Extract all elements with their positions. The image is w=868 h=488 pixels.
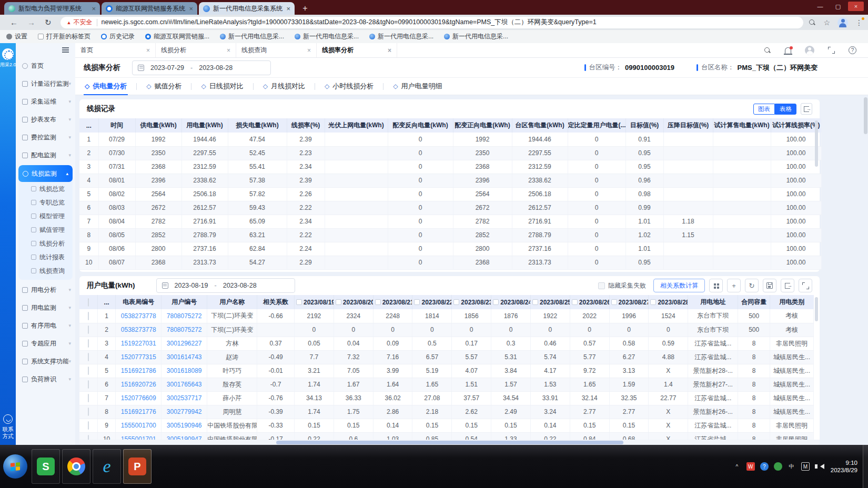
meter-no-link[interactable]: 1516920726: [121, 381, 156, 388]
subtab-小时线损分析[interactable]: ◇小时线损分析: [324, 78, 375, 95]
hide-failed-checkbox[interactable]: [598, 282, 605, 289]
table-row[interactable]: 408/0123962338.6257.382.39023962338.6200…: [79, 174, 821, 187]
help-icon[interactable]: ?: [849, 46, 856, 54]
table-row[interactable]: 508/0225642506.1857.822.26025642506.1800…: [79, 187, 821, 201]
date-column-checkbox[interactable]: [414, 299, 420, 305]
user-avatar[interactable]: [805, 46, 814, 55]
table-row[interactable]: 307/3123682312.5955.412.34023682312.5900…: [79, 160, 821, 174]
sidebar-item-系统支撑功能[interactable]: 系统支撑功能▾: [16, 352, 75, 370]
bookmark-item[interactable]: 历史记录: [101, 32, 135, 41]
browser-tab[interactable]: 能源互联网营销服务系统×: [102, 2, 197, 15]
close-button[interactable]: ×: [848, 2, 864, 11]
row-checkbox[interactable]: [88, 421, 89, 430]
start-button[interactable]: [3, 454, 27, 479]
date-column-checkbox[interactable]: [532, 299, 538, 305]
export-button[interactable]: [781, 279, 794, 292]
table-vertical-scrollbar[interactable]: [815, 120, 818, 167]
sidebar-item-用电分析[interactable]: 用电分析▾: [16, 281, 75, 299]
sidebar-item-用电监测[interactable]: 用电监测▾: [16, 299, 75, 317]
table-view-button[interactable]: 表格: [775, 104, 796, 115]
meter-no-link[interactable]: 1519227031: [121, 340, 156, 347]
main-date-range-picker[interactable]: 2023-07-29 - 2023-08-28: [132, 60, 271, 75]
subtab-供电量分析[interactable]: ◇供电量分析: [84, 78, 128, 95]
table-row[interactable]: 715207766093002537717薛小芹-0.7634.1336.333…: [79, 391, 814, 405]
table-row[interactable]: 207/3023502297.5552.452.23023502297.5500…: [79, 146, 821, 160]
browser-profile-avatar[interactable]: [837, 17, 848, 28]
user-date-range-picker[interactable]: 2023-08-19 - 2023-08-28: [156, 278, 295, 293]
date-column-checkbox[interactable]: [650, 299, 656, 305]
workspace-tab-线损率分析[interactable]: 线损率分析×: [317, 43, 397, 57]
grid-settings-button[interactable]: [709, 279, 723, 292]
date-end[interactable]: 2023-08-28: [197, 64, 235, 72]
bookmark-item[interactable]: 能源互联网营销服...: [145, 32, 209, 41]
select-all-checkbox[interactable]: [88, 298, 89, 307]
date-column-checkbox[interactable]: [453, 299, 459, 305]
subtab-赋值分析[interactable]: ◇赋值分析: [145, 78, 183, 95]
tab-close-icon[interactable]: ×: [307, 47, 311, 54]
sidebar-item-计量运行监测[interactable]: 计量运行监测▾: [16, 75, 75, 93]
search-icon[interactable]: [809, 19, 816, 26]
ime-mode-icon[interactable]: M: [801, 462, 810, 471]
table-row[interactable]: 708/0427822716.9165.092.34027822716.9101…: [79, 215, 821, 228]
sidebar-subitem-模型管理[interactable]: 模型管理: [18, 209, 73, 223]
user-no-link[interactable]: 7808075272: [167, 326, 202, 333]
row-checkbox[interactable]: [88, 380, 89, 389]
user-no-link[interactable]: 3005190946: [167, 422, 202, 429]
user-no-link[interactable]: 7808075272: [167, 312, 202, 320]
refresh-button[interactable]: ↻: [745, 279, 759, 292]
sidebar-subitem-赋值管理[interactable]: 赋值管理: [18, 223, 73, 237]
tab-close-icon[interactable]: ×: [227, 47, 230, 54]
date-column-checkbox[interactable]: [375, 299, 381, 305]
user-date-end[interactable]: 2023-08-28: [221, 282, 259, 289]
meter-no-link[interactable]: 1520777315: [121, 353, 156, 361]
browser-menu-icon[interactable]: ⋮: [855, 18, 863, 27]
sidebar-subitem-线损查询[interactable]: 线损查询: [18, 264, 73, 278]
sidebar-subitem-线损分析[interactable]: 线损分析: [18, 237, 73, 250]
table-row[interactable]: 808/0528522788.7963.212.22028522788.7901…: [79, 228, 821, 242]
user-no-link[interactable]: 3001618089: [167, 367, 202, 374]
row-checkbox[interactable]: [88, 312, 89, 320]
date-start[interactable]: 2023-07-29: [148, 64, 186, 72]
ime-language-icon[interactable]: 中: [788, 462, 796, 471]
subtab-日线损对比[interactable]: ◇日线损对比: [200, 78, 244, 95]
tray-status-icon[interactable]: [774, 462, 782, 471]
tray-caret-icon[interactable]: ^: [733, 462, 741, 471]
sidebar-item-线损监测[interactable]: 线损监测▴: [18, 165, 73, 182]
security-warning[interactable]: 不安全: [74, 18, 93, 27]
table-row[interactable]: 608/0326722612.5759.432.22026722612.5700…: [79, 201, 821, 215]
sidebar-item-负荷辨识[interactable]: 负荷辨识▾: [16, 370, 75, 388]
minimize-button[interactable]: —: [812, 2, 828, 11]
collapse-menu-icon[interactable]: [62, 47, 69, 53]
bookmark-star-icon[interactable]: ☆: [823, 18, 830, 27]
table-row[interactable]: 615169207263001765643殷存英-0.71.741.671.64…: [79, 378, 814, 391]
meter-no-link[interactable]: 0538273778: [121, 326, 156, 333]
chart-view-button[interactable]: 图表: [753, 104, 775, 115]
new-tab-button[interactable]: +: [298, 3, 312, 14]
workspace-tab-首页[interactable]: 首页×: [75, 43, 156, 57]
notification-bell-icon[interactable]: [785, 47, 791, 54]
fullscreen-button[interactable]: [799, 279, 812, 292]
forward-icon[interactable]: →: [27, 18, 35, 27]
date-column-checkbox[interactable]: [493, 299, 499, 305]
maximize-button[interactable]: ▢: [830, 2, 846, 11]
bookmark-item[interactable]: 打开新的标签页: [38, 32, 90, 41]
table-row[interactable]: 915550017003005190946中国铁塔股份有限-0.330.150.…: [79, 419, 814, 432]
url-input[interactable]: ▲ 不安全 neweic.js.sgcc.com.cn/#/llm/line/L…: [60, 17, 804, 28]
user-no-link[interactable]: 3001614743: [167, 353, 202, 361]
row-checkbox[interactable]: [88, 367, 89, 375]
sidebar-item-费控监测[interactable]: 费控监测▾: [16, 128, 75, 146]
horizontal-scrollbar-track[interactable]: [79, 440, 820, 445]
add-button[interactable]: +: [727, 279, 741, 292]
date-column-checkbox[interactable]: [296, 299, 302, 305]
export-button[interactable]: [801, 103, 812, 115]
fullscreen-icon[interactable]: [828, 47, 835, 54]
bookmark-item[interactable]: 新一代用电信息采...: [369, 32, 433, 41]
user-no-link[interactable]: 3001765643: [167, 381, 202, 388]
row-checkbox[interactable]: [88, 339, 89, 348]
bookmark-item[interactable]: 设置: [6, 32, 27, 41]
taskbar-ie-button[interactable]: e: [93, 449, 121, 484]
sidebar-item-首页[interactable]: 首页: [16, 57, 75, 75]
taskbar-chrome-button[interactable]: [62, 449, 90, 484]
date-column-checkbox[interactable]: [336, 299, 341, 305]
table-row[interactable]: 1008/0723682313.7354.272.29023682313.730…: [79, 256, 821, 269]
